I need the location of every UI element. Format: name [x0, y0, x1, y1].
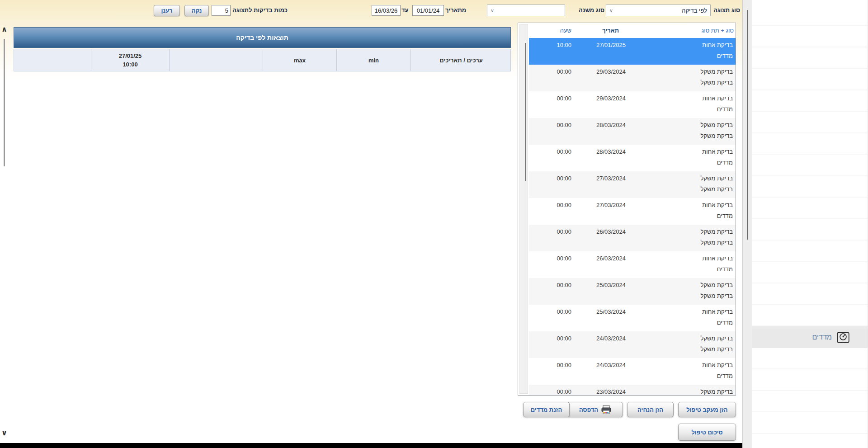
results-col-empty [169, 49, 263, 71]
test-row[interactable]: בדיקת אחותמדדים26/03/202400:00 [529, 251, 736, 278]
test-date-cell: 29/03/2024 [577, 65, 628, 91]
sidebar-item-measures-label: מדדים [812, 333, 832, 341]
results-col-test-date: 27/01/25 10:00 [91, 49, 169, 71]
test-type-cell: בדיקת משקלבדיקת משקל [628, 65, 736, 91]
test-date-cell: 28/03/2024 [577, 118, 628, 145]
test-type-cell: בדיקת אחותמדדים [628, 145, 736, 171]
results-panel-title: תוצאות לפי בדיקה [14, 27, 511, 48]
column-header-time[interactable]: שעה [529, 23, 577, 38]
test-type-cell: בדיקת אחותמדדים [628, 305, 736, 331]
results-col-min: min [336, 49, 410, 71]
sidebar-item-measures[interactable]: מדדים [752, 326, 868, 348]
scroll-down-icon[interactable]: ∨ [1, 429, 7, 437]
refresh-button[interactable]: רענן [154, 5, 180, 16]
enter-measures-button[interactable]: הזנת מדדים [523, 402, 570, 417]
test-date-cell: 27/01/2025 [577, 38, 628, 65]
left-scrollbar-thumb[interactable] [4, 39, 5, 166]
test-row[interactable]: בדיקת משקלבדיקת משקל26/03/202400:00 [529, 225, 736, 251]
test-time-cell: 00:00 [529, 305, 577, 331]
test-date-cell: 27/03/2024 [577, 198, 628, 225]
test-time-cell: 00:00 [529, 251, 577, 278]
results-column-header-row: 27/01/25 10:00 max min ערכים / תאריכים [14, 49, 511, 71]
tests-count-label: כמות בדיקות לתצוגה [232, 7, 288, 14]
test-type-cell: בדיקת אחותמדדים [628, 358, 736, 385]
test-type-cell: בדיקת אחותמדדים [628, 198, 736, 225]
test-date-cell: 25/03/2024 [577, 278, 628, 305]
test-row[interactable]: בדיקת משקלבדיקת משקל24/03/202400:00 [529, 331, 736, 358]
main-area: ∧ ∨ רענן נקה כמות בדיקות לתצוגה עד מתארי… [0, 0, 742, 448]
test-time-cell: 00:00 [529, 225, 577, 251]
tests-table: סוג + תת סוג תאריך שעה בדיקת אחותמדדים27… [518, 23, 736, 396]
test-row[interactable]: בדיקת משקלבדיקת משקל29/03/202400:00 [529, 65, 736, 91]
test-row[interactable]: בדיקת אחותמדדים29/03/202400:00 [529, 91, 736, 118]
test-date-cell: 26/03/2024 [577, 225, 628, 251]
results-col-values-label: ערכים / תאריכים [410, 49, 511, 71]
test-type-cell: בדיקת משקלבדיקת משקל [628, 278, 736, 305]
test-time-cell: 00:00 [529, 198, 577, 225]
test-date-cell: 26/03/2024 [577, 251, 628, 278]
test-row[interactable]: בדיקת אחותמדדים28/03/202400:00 [529, 145, 736, 171]
test-row[interactable]: בדיקת משקלבדיקת משקל28/03/202400:00 [529, 118, 736, 145]
chevron-down-icon: ∨ [491, 8, 494, 14]
treatment-summary-button[interactable]: סיכום טיפול [678, 424, 736, 441]
results-col-date: 27/01/25 [119, 52, 142, 60]
tests-scrollbar[interactable] [519, 24, 528, 394]
test-row[interactable]: בדיקת אחותמדדים27/01/202510:00 [529, 38, 736, 65]
scroll-up-icon[interactable]: ∧ [1, 26, 7, 33]
test-type-cell: בדיקת משקלבדיקת משקל [628, 118, 736, 145]
test-time-cell: 00:00 [529, 145, 577, 171]
to-date-label: עד [401, 7, 409, 14]
test-type-cell: בדיקת משקלבדיקת משקל [628, 225, 736, 251]
test-type-cell: בדיקת משקלבדיקת משקל [628, 331, 736, 358]
clear-button[interactable]: נקה [184, 5, 209, 16]
print-button-label: הדפסה [579, 406, 598, 413]
test-date-cell: 24/03/2024 [577, 358, 628, 385]
test-date-cell: 24/03/2024 [577, 331, 628, 358]
test-row[interactable]: בדיקת משקלבדיקת משקל25/03/202400:00 [529, 278, 736, 305]
from-date-label: מתאריך [445, 7, 466, 14]
tests-count-input[interactable] [212, 5, 231, 16]
test-time-cell: 00:00 [529, 171, 577, 198]
from-date-input[interactable] [412, 5, 444, 16]
subtype-label: סוג משנה [579, 7, 604, 14]
display-type-label: סוג תצוגה [713, 7, 740, 14]
column-header-type[interactable]: סוג + תת סוג [628, 23, 736, 38]
test-row[interactable]: בדיקת משקלבדיקת משקל23/03/202400:00 [529, 385, 736, 395]
sidebar-scrollbar-thumb[interactable] [747, 10, 748, 240]
bottom-black-bar [0, 443, 742, 448]
to-date-input[interactable] [372, 5, 401, 16]
results-col-max: max [263, 49, 336, 71]
test-type-cell: בדיקת אחותמדדים [628, 251, 736, 278]
test-date-cell: 23/03/2024 [577, 385, 628, 395]
sidebar-row-lines [752, 0, 868, 448]
display-type-select[interactable]: ∨ לפי בדיקה [606, 5, 711, 16]
printer-icon [601, 405, 611, 414]
test-time-cell: 00:00 [529, 331, 577, 358]
sidebar-scrollbar[interactable] [743, 0, 752, 448]
test-time-cell: 00:00 [529, 65, 577, 91]
test-time-cell: 10:00 [529, 38, 577, 65]
test-row[interactable]: בדיקת משקלבדיקת משקל27/03/202400:00 [529, 171, 736, 198]
test-row[interactable]: בדיקת אחותמדדים27/03/202400:00 [529, 198, 736, 225]
test-time-cell: 00:00 [529, 358, 577, 385]
test-date-cell: 25/03/2024 [577, 305, 628, 331]
test-type-cell: בדיקת משקלבדיקת משקל [628, 171, 736, 198]
tests-scrollbar-thumb[interactable] [525, 43, 526, 181]
test-date-cell: 27/03/2024 [577, 171, 628, 198]
print-button[interactable]: הדפסה [567, 402, 623, 417]
test-type-cell: בדיקת משקלבדיקת משקל [628, 385, 736, 395]
test-row[interactable]: בדיקת אחותמדדים25/03/202400:00 [529, 305, 736, 331]
display-type-select-value: לפי בדיקה [682, 7, 707, 14]
test-time-cell: 00:00 [529, 118, 577, 145]
enter-treatment-followup-button[interactable]: הזן מעקב טיפול [678, 402, 736, 417]
right-sidebar: מדדים [742, 0, 868, 448]
test-date-cell: 28/03/2024 [577, 145, 628, 171]
test-row[interactable]: בדיקת אחותמדדים24/03/202400:00 [529, 358, 736, 385]
enter-instruction-button[interactable]: הזן הנחיה [627, 402, 674, 417]
test-type-cell: בדיקת אחותמדדים [628, 91, 736, 118]
test-time-cell: 00:00 [529, 385, 577, 395]
column-header-date[interactable]: תאריך [577, 23, 628, 38]
test-date-cell: 29/03/2024 [577, 91, 628, 118]
subtype-select[interactable]: ∨ [487, 5, 565, 16]
chevron-down-icon: ∨ [609, 8, 613, 14]
